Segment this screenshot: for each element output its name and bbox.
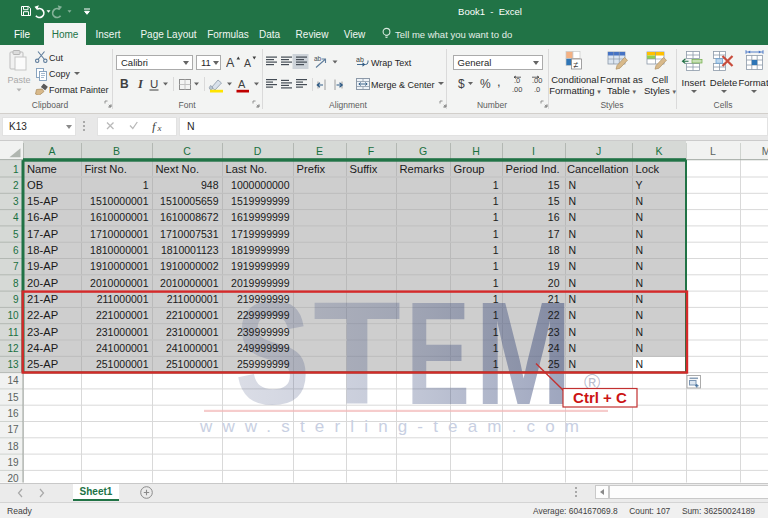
svg-text:1910000002: 1910000002	[160, 260, 219, 272]
svg-text:C: C	[183, 145, 191, 157]
svg-text:Next No.: Next No.	[156, 163, 200, 175]
svg-text:J: J	[596, 145, 601, 157]
svg-text:First No.: First No.	[85, 163, 127, 175]
svg-text:17: 17	[7, 424, 19, 435]
svg-text:1719999999: 1719999999	[231, 228, 290, 240]
svg-text:N: N	[636, 326, 644, 338]
svg-text:1: 1	[493, 309, 499, 321]
svg-text:15: 15	[7, 392, 19, 403]
svg-text:N: N	[636, 358, 644, 370]
svg-text:M: M	[762, 145, 768, 157]
svg-text:948: 948	[201, 179, 219, 191]
svg-text:24-AP: 24-AP	[27, 342, 58, 354]
svg-text:24: 24	[548, 342, 560, 354]
svg-text:1: 1	[493, 195, 499, 207]
svg-text:Name: Name	[27, 163, 57, 175]
svg-text:N: N	[569, 211, 577, 223]
svg-text:9: 9	[13, 294, 19, 305]
svg-text:,: ,	[497, 74, 501, 89]
svg-text:1: 1	[493, 277, 499, 289]
svg-text:8: 8	[13, 278, 19, 289]
svg-text:231000001: 231000001	[96, 326, 149, 338]
svg-text:17: 17	[548, 228, 560, 240]
svg-text:16: 16	[548, 211, 560, 223]
svg-text:1: 1	[493, 179, 499, 191]
svg-text:211000001: 211000001	[167, 293, 219, 305]
svg-text:N: N	[569, 309, 577, 321]
svg-text:N: N	[636, 293, 644, 305]
svg-text:251000001: 251000001	[96, 358, 149, 370]
svg-text:16: 16	[7, 408, 19, 419]
svg-text:11: 11	[8, 327, 19, 338]
svg-text:N: N	[636, 195, 644, 207]
svg-text:6: 6	[13, 245, 19, 256]
svg-text:G: G	[419, 145, 427, 157]
svg-text:D: D	[254, 145, 262, 157]
svg-text:3: 3	[13, 196, 19, 207]
svg-text:U: U	[150, 78, 158, 90]
svg-text:1510000001: 1510000001	[90, 195, 149, 207]
svg-text:21: 21	[548, 293, 560, 305]
svg-text:229999999: 229999999	[237, 309, 290, 321]
svg-text:1: 1	[493, 342, 499, 354]
svg-text:221000001: 221000001	[96, 309, 149, 321]
svg-text:$: $	[458, 77, 465, 91]
svg-text:1: 1	[493, 244, 499, 256]
svg-text:N: N	[569, 260, 577, 272]
svg-text:18: 18	[7, 441, 19, 452]
svg-text:Y: Y	[636, 179, 643, 191]
svg-text:Ctrl + C: Ctrl + C	[573, 389, 627, 406]
svg-text:1919999999: 1919999999	[231, 260, 290, 272]
svg-text:1: 1	[493, 228, 499, 240]
svg-text:10: 10	[7, 310, 19, 321]
svg-text:2010000001: 2010000001	[160, 277, 219, 289]
svg-text:16-AP: 16-AP	[27, 211, 58, 223]
svg-text:N: N	[569, 228, 577, 240]
svg-text:1000000000: 1000000000	[231, 179, 290, 191]
svg-text:.00: .00	[512, 85, 522, 94]
svg-text:ab: ab	[356, 56, 364, 63]
svg-text:%: %	[480, 77, 491, 91]
svg-text:K: K	[655, 145, 662, 157]
svg-text:1710000001: 1710000001	[90, 228, 149, 240]
svg-text:1: 1	[13, 164, 19, 175]
svg-text:231000001: 231000001	[166, 326, 219, 338]
svg-text:249999999: 249999999	[237, 342, 290, 354]
svg-text:Lock: Lock	[636, 163, 660, 175]
svg-text:19: 19	[548, 260, 560, 272]
svg-text:1: 1	[493, 260, 499, 272]
svg-text:N: N	[569, 179, 577, 191]
svg-text:15: 15	[548, 195, 560, 207]
svg-text:Group: Group	[454, 163, 485, 175]
svg-text:N: N	[636, 309, 644, 321]
svg-text:1: 1	[143, 179, 149, 191]
svg-text:2019999999: 2019999999	[231, 277, 290, 289]
svg-text:N: N	[636, 277, 644, 289]
svg-text:241000001: 241000001	[96, 342, 149, 354]
svg-text:259999999: 259999999	[237, 358, 290, 370]
svg-text:23-AP: 23-AP	[27, 326, 58, 338]
svg-text:22: 22	[548, 309, 560, 321]
svg-text:251000001: 251000001	[166, 358, 219, 370]
svg-text:ab: ab	[314, 55, 322, 62]
svg-text:1810000001: 1810000001	[90, 244, 149, 256]
svg-text:f: f	[152, 120, 157, 133]
svg-text:15: 15	[548, 179, 560, 191]
svg-text:N: N	[569, 195, 577, 207]
svg-text:A: A	[244, 57, 251, 69]
svg-text:25: 25	[548, 358, 560, 370]
svg-text:17-AP: 17-AP	[27, 228, 58, 240]
svg-text:N: N	[636, 244, 644, 256]
svg-text:N: N	[636, 342, 644, 354]
svg-text:A: A	[238, 78, 246, 90]
svg-text:4: 4	[13, 212, 19, 223]
svg-text:19: 19	[7, 457, 19, 468]
svg-text:12: 12	[7, 343, 19, 354]
svg-text:5: 5	[13, 229, 19, 240]
svg-text:Remarks: Remarks	[400, 163, 445, 175]
svg-text:25-AP: 25-AP	[27, 358, 58, 370]
svg-text:1: 1	[493, 358, 499, 370]
svg-text:221000001: 221000001	[166, 309, 219, 321]
svg-text:1: 1	[493, 293, 499, 305]
svg-text:I: I	[532, 145, 535, 157]
